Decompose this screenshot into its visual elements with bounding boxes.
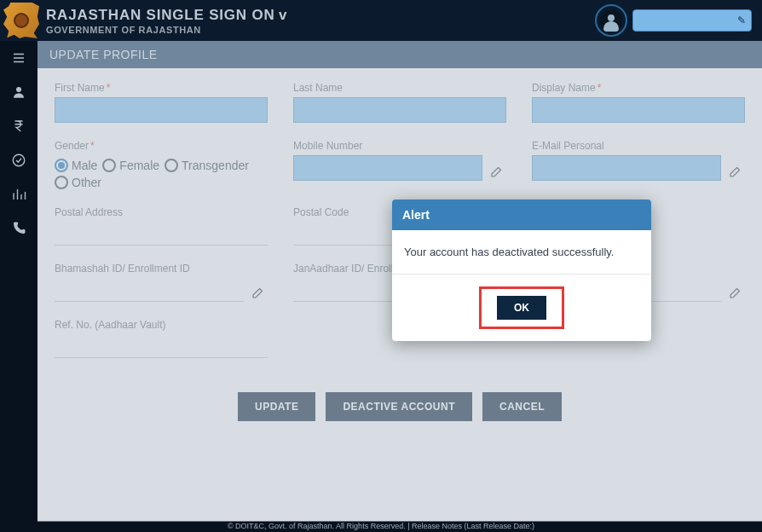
user-icon[interactable]	[10, 84, 27, 101]
app-title: RAJASTHAN SINGLE SIGN ON	[46, 7, 275, 23]
footer: © DOIT&C, Govt. of Rajasthan. All Rights…	[0, 521, 762, 532]
svg-point-0	[16, 87, 21, 92]
check-circle-icon[interactable]	[10, 152, 27, 169]
ok-highlight: OK	[479, 286, 564, 329]
list-icon[interactable]	[10, 49, 27, 66]
bar-chart-icon[interactable]	[10, 186, 27, 203]
ok-button[interactable]: OK	[497, 296, 546, 320]
edit-profile-icon: ✎	[737, 14, 746, 26]
modal-message: Your account has deactivated successfull…	[392, 230, 651, 275]
rupee-icon[interactable]	[10, 118, 27, 135]
avatar[interactable]	[595, 4, 627, 37]
state-logo	[3, 3, 39, 38]
version-mark: v	[279, 7, 287, 23]
user-name-pill[interactable]: ✎	[632, 9, 752, 32]
modal-title: Alert	[392, 200, 651, 230]
title-block: RAJASTHAN SINGLE SIGN ON v GOVERNMENT OF…	[46, 7, 595, 35]
govt-subtitle: GOVERNMENT OF RAJASTHAN	[46, 25, 595, 35]
alert-modal: Alert Your account has deactivated succe…	[392, 200, 651, 341]
top-header: RAJASTHAN SINGLE SIGN ON v GOVERNMENT OF…	[0, 0, 762, 41]
svg-point-1	[13, 154, 25, 166]
user-block: ✎	[595, 4, 752, 37]
left-rail	[0, 41, 38, 522]
phone-icon[interactable]	[10, 220, 27, 237]
